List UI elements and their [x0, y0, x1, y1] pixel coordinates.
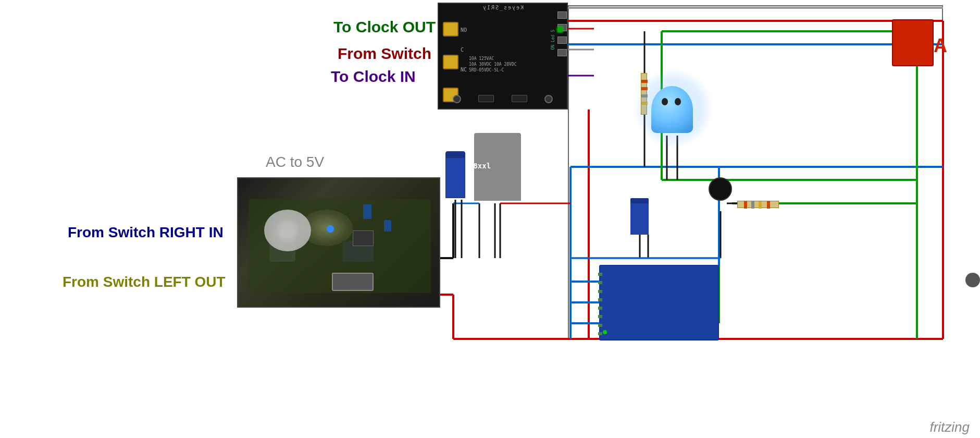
relay-current-label: 30A [913, 35, 947, 57]
from-switch-top-label: From Switch [338, 45, 431, 63]
led-eye-right [675, 98, 681, 105]
clock-out-label: To Clock OUT [333, 18, 436, 36]
vreg-mounting-hole [965, 273, 980, 287]
board-cap-2 [384, 220, 391, 232]
relay-c-label: C [461, 47, 464, 53]
relay-nc-label: NC [461, 67, 467, 72]
relay-led-dot [557, 27, 563, 32]
esp-pin-5 [598, 307, 602, 310]
from-switch-right-label: From Switch RIGHT IN [68, 224, 224, 241]
from-switch-left-label: From Switch LEFT OUT [63, 274, 226, 290]
photo-inner [238, 178, 439, 307]
capacitor-large [445, 151, 465, 198]
resistor-horizontal [737, 201, 779, 208]
esp-pins-left [598, 270, 602, 338]
relay-header-label: Keyes_SR1y [444, 5, 562, 10]
relay-module: Keyes_SR1y NO C NC 30A 10A 125VAC10A 30V… [438, 3, 568, 110]
relay-terminal-no [443, 22, 458, 36]
esp-led-green [603, 330, 607, 334]
capacitor-medium [630, 198, 649, 235]
relay-signal-terminal-4 [557, 49, 567, 56]
esp-pin-6 [598, 315, 602, 318]
zener-diode: Z [709, 177, 732, 201]
esp-pin-4 [598, 298, 602, 301]
esp-pin-7 [598, 324, 602, 327]
board-indicator [327, 225, 334, 233]
esp-pin-8 [598, 332, 602, 335]
relay-specs-label: 10A 125VAC10A 30VDC 10A 28VDCSRD-05VDC-S… [469, 56, 517, 74]
board-cap-1 [363, 204, 371, 219]
clock-in-label: To Clock IN [331, 68, 416, 86]
relay-led-indicator: ON Led S [551, 30, 555, 50]
ic-chip [353, 230, 374, 246]
esp-pin-3 [598, 290, 602, 293]
led-eye-left [662, 98, 668, 105]
relay-terminal-c [443, 55, 458, 69]
relay-signal-terminal-1 [557, 11, 567, 19]
relay-no-label: NO [461, 27, 467, 33]
led-component [651, 86, 693, 133]
ac-converter-photo [237, 177, 440, 308]
transformer [264, 210, 311, 251]
esp-pin-2 [598, 281, 602, 284]
fritzing-watermark: fritzing [929, 419, 970, 435]
relay-signal-terminal-3 [557, 36, 567, 44]
esp-pin-1 [598, 273, 602, 276]
relay-bottom-terminals [444, 95, 562, 103]
esp8266-module: ESP [599, 265, 719, 340]
vreg-label: 78xxl [469, 162, 491, 170]
usb-port [332, 273, 374, 291]
ac-to-5v-label: AC to 5V [266, 154, 324, 171]
